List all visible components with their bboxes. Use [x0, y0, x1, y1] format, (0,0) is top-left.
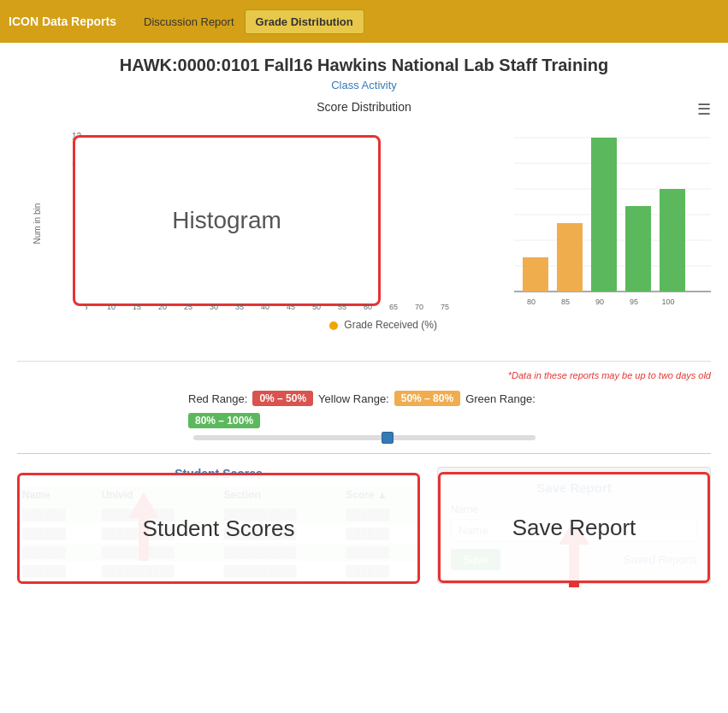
svg-text:70: 70 [415, 303, 423, 311]
score-distribution-header: Score Distribution ☰ [17, 100, 711, 114]
range-slider-row [17, 435, 711, 440]
svg-rect-25 [660, 189, 685, 292]
range-row: Red Range: 0% – 50% Yellow Range: 50% – … [17, 391, 711, 406]
svg-text:100: 100 [661, 298, 674, 306]
svg-text:5: 5 [86, 303, 88, 311]
app-brand: ICON Data Reports [9, 15, 116, 28]
svg-text:20: 20 [158, 303, 167, 311]
svg-rect-23 [591, 138, 617, 292]
histogram-placeholder: Histogram [73, 135, 381, 306]
nav-item-discussion[interactable]: Discussion Report [133, 10, 245, 33]
svg-text:90: 90 [595, 298, 604, 306]
svg-text:40: 40 [261, 303, 269, 311]
green-badge-row: 80% – 100% [17, 413, 711, 428]
red-range-badge: 0% – 50% [252, 391, 313, 406]
chart-legend: Grade Received (%) [56, 319, 711, 331]
svg-rect-22 [557, 223, 583, 292]
svg-text:65: 65 [389, 303, 398, 311]
svg-text:75: 75 [441, 303, 449, 311]
svg-text:25: 25 [184, 303, 192, 311]
svg-text:55: 55 [338, 303, 346, 311]
chart-bars: 80 85 90 95 100 [514, 127, 711, 306]
svg-text:95: 95 [630, 298, 638, 306]
nav-item-grade[interactable]: Grade Distribution [245, 9, 364, 34]
class-activity-link[interactable]: Class Activity [17, 79, 711, 91]
bottom-section: Student Scores Name Univid Section Score… [17, 467, 711, 584]
svg-rect-24 [625, 206, 651, 292]
chart-menu-icon[interactable]: ☰ [697, 100, 711, 119]
red-range-label: Red Range: [188, 392, 247, 405]
range-slider-thumb[interactable] [382, 432, 394, 444]
main-content: HAWK:0000:0101 Fall16 Hawkins National L… [0, 43, 728, 597]
y-axis-label: Num in bin [33, 203, 42, 245]
chart-area: 12 10 8 6 4 2 0 Histogram [56, 127, 711, 315]
green-range-badge: 80% – 100% [188, 413, 260, 428]
data-note: *Data in these reports may be up to two … [17, 370, 711, 380]
svg-text:35: 35 [235, 303, 244, 311]
yellow-range-badge: 50% – 80% [394, 391, 460, 406]
x-axis-labels: 5 10 15 20 25 30 35 40 45 50 55 60 65 70… [86, 298, 582, 315]
legend-dot-icon [329, 321, 338, 330]
green-range-label: Green Range: [465, 392, 536, 405]
range-section: Red Range: 0% – 50% Yellow Range: 50% – … [17, 384, 711, 454]
svg-text:10: 10 [107, 303, 115, 311]
svg-text:50: 50 [312, 303, 321, 311]
student-scores-area: Student Scores Name Univid Section Score… [17, 467, 420, 584]
yellow-range-label: Yellow Range: [318, 392, 389, 405]
svg-text:45: 45 [287, 303, 295, 311]
svg-text:30: 30 [210, 303, 218, 311]
top-navigation: ICON Data Reports Discussion Report Grad… [0, 0, 728, 43]
save-report-overlay: Save Report [438, 472, 710, 583]
svg-rect-21 [523, 257, 548, 292]
range-slider-track [193, 435, 536, 440]
svg-text:15: 15 [133, 303, 141, 311]
svg-text:60: 60 [364, 303, 372, 311]
save-report-panel: Save Report Name Save Saved Reports Save… [437, 467, 711, 584]
page-title: HAWK:0000:0101 Fall16 Hawkins National L… [17, 56, 711, 75]
student-scores-overlay: Student Scores [17, 473, 420, 584]
chart-container: Num in bin 12 10 8 6 4 2 0 [17, 118, 711, 362]
